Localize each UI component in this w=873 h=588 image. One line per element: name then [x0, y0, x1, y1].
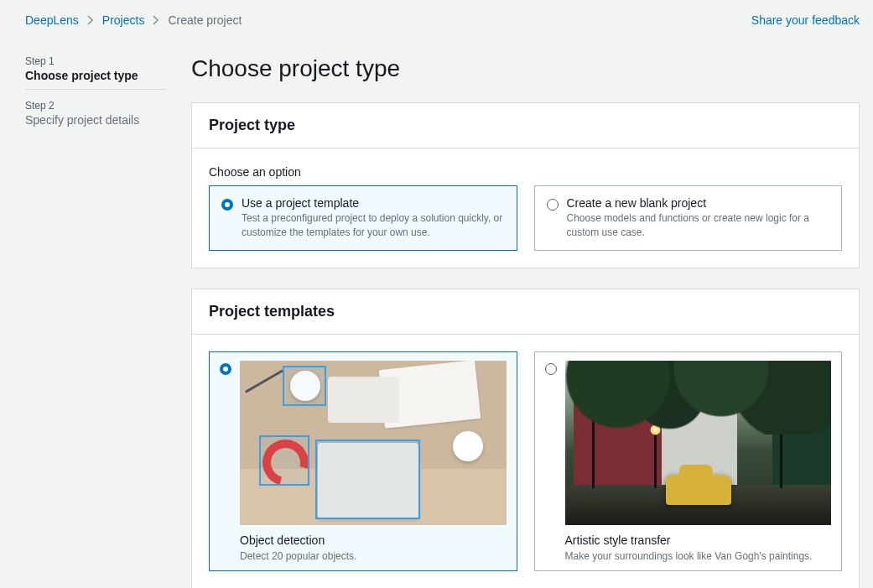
option-use-template-title: Use a project template	[242, 196, 505, 210]
panel-project-templates-header: Project templates	[209, 303, 842, 320]
radio-icon	[547, 199, 559, 211]
breadcrumb-projects[interactable]: Projects	[102, 13, 145, 27]
breadcrumb-root[interactable]: DeepLens	[25, 13, 79, 27]
stepper: Step 1 Choose project type Step 2 Specif…	[25, 55, 166, 588]
step-2[interactable]: Step 2 Specify project details	[25, 100, 166, 133]
breadcrumb: DeepLens Projects Create project	[25, 13, 242, 27]
share-feedback-link[interactable]: Share your feedback	[751, 13, 860, 27]
panel-project-type-header: Project type	[209, 117, 842, 134]
template-object-detection[interactable]: Object detection Detect 20 popular objec…	[209, 351, 517, 571]
template-style-transfer-desc: Make your surroundings look like Van Gog…	[565, 550, 832, 562]
choose-option-label: Choose an option	[209, 165, 842, 179]
panel-project-type: Project type Choose an option Use a proj…	[191, 102, 860, 268]
chevron-right-icon	[153, 15, 159, 25]
step-2-title: Specify project details	[25, 113, 166, 127]
radio-icon	[545, 363, 557, 375]
radio-icon	[220, 363, 231, 375]
option-use-template-desc: Test a preconfigured project to deploy a…	[242, 211, 505, 240]
panel-project-templates: Project templates	[191, 289, 860, 588]
page-title: Choose project type	[191, 55, 860, 82]
breadcrumb-current: Create project	[168, 13, 242, 27]
option-blank-project[interactable]: Create a new blank project Choose models…	[534, 185, 843, 251]
template-style-transfer[interactable]: Artistic style transfer Make your surrou…	[534, 351, 843, 571]
option-blank-project-title: Create a new blank project	[567, 196, 830, 210]
radio-icon	[221, 199, 233, 211]
option-use-template[interactable]: Use a project template Test a preconfigu…	[209, 185, 517, 251]
option-blank-project-desc: Choose models and functions or create ne…	[567, 211, 830, 240]
step-1[interactable]: Step 1 Choose project type	[25, 55, 166, 90]
template-style-transfer-title: Artistic style transfer	[565, 533, 832, 547]
template-style-transfer-image	[565, 361, 832, 525]
template-object-detection-desc: Detect 20 popular objects.	[240, 550, 507, 562]
step-1-label: Step 1	[25, 55, 166, 67]
template-object-detection-image	[240, 361, 507, 525]
step-2-label: Step 2	[25, 100, 166, 112]
template-object-detection-title: Object detection	[240, 533, 507, 547]
step-1-title: Choose project type	[25, 69, 166, 82]
chevron-right-icon	[87, 15, 94, 25]
